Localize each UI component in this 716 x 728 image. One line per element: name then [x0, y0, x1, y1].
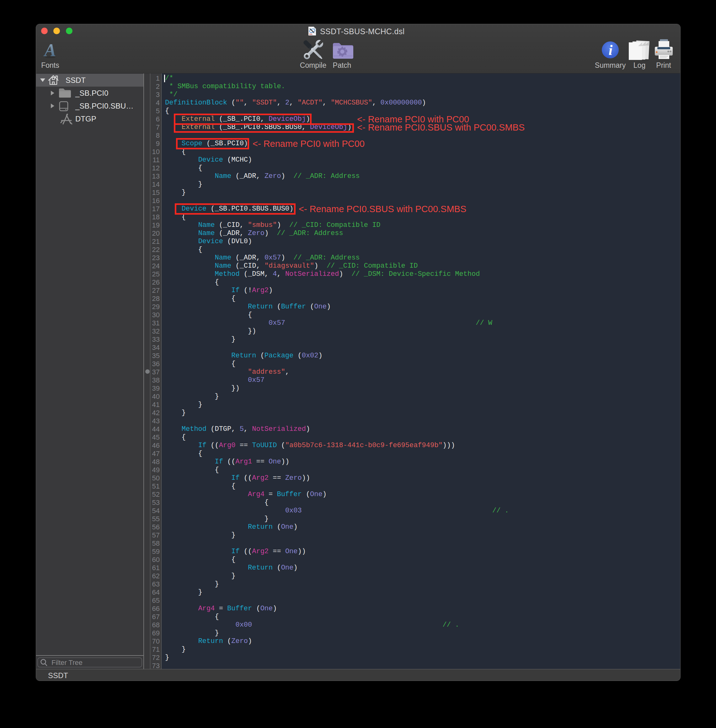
svg-text:A: A	[43, 41, 56, 60]
svg-text:i: i	[609, 42, 613, 58]
